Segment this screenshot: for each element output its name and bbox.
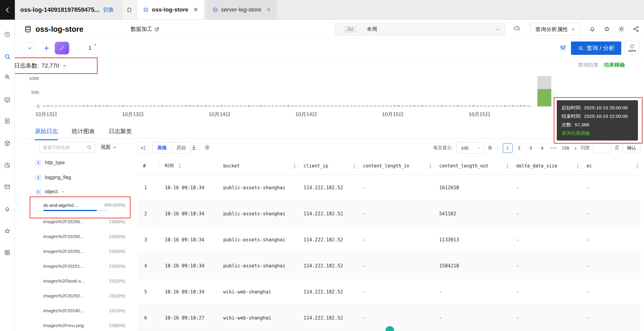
histogram-bar[interactable] <box>90 106 93 106</box>
field-value-row[interactable]: images%2Fnnu.png229(0%) <box>43 318 125 331</box>
column-menu-icon[interactable] <box>507 163 508 169</box>
table-row[interactable]: 210-16 09:18:34public-assets-shanghai114… <box>138 201 641 227</box>
field-value-row[interactable]: images%2F20251...232(0%) <box>43 259 125 273</box>
histogram-bar[interactable] <box>236 106 238 106</box>
histogram-bar[interactable] <box>527 106 530 106</box>
histogram-bar[interactable] <box>370 106 372 106</box>
tab-statistics-charts[interactable]: 统计图表 <box>72 127 95 140</box>
sidebar-item-alerts[interactable] <box>0 202 15 216</box>
histogram-bar[interactable] <box>476 106 479 106</box>
page-button[interactable]: 4 <box>537 143 547 153</box>
histogram-bar[interactable] <box>240 106 242 106</box>
histogram-bar[interactable] <box>173 106 175 106</box>
column-header-content_length_in[interactable]: content_length_in <box>357 157 434 174</box>
table-settings-button[interactable] <box>204 144 210 151</box>
histogram-bar[interactable] <box>315 106 317 106</box>
histogram-bar[interactable] <box>520 105 522 106</box>
histogram-bar[interactable] <box>433 106 435 106</box>
histogram-bar[interactable] <box>260 105 262 106</box>
histogram-bar[interactable] <box>130 106 132 106</box>
field-settings-button[interactable] <box>560 45 566 51</box>
histogram-bar[interactable] <box>295 106 297 106</box>
histogram-bar[interactable] <box>67 106 69 106</box>
page-button[interactable]: 3 <box>526 143 536 153</box>
time-range-picker[interactable]: 3d 本周 <box>335 23 505 35</box>
field-value-row[interactable]: images%2F20240...231(0%) <box>43 303 125 318</box>
page-size-select[interactable]: 100 <box>456 142 484 154</box>
histogram-bar[interactable] <box>185 105 187 106</box>
histogram-bar[interactable] <box>232 106 234 106</box>
view-mode-raw[interactable]: 原始 <box>171 143 191 153</box>
histogram-bar[interactable] <box>94 105 97 106</box>
tab-server-log-store[interactable]: server-log-store × <box>206 0 277 19</box>
histogram-bar[interactable] <box>323 106 325 106</box>
histogram-bar[interactable] <box>456 105 459 106</box>
histogram-bar[interactable] <box>472 105 475 106</box>
view-dropdown[interactable]: 视图 <box>101 142 117 153</box>
histogram-bar[interactable] <box>460 106 463 106</box>
histogram-bar[interactable] <box>169 106 171 106</box>
histogram-bar[interactable] <box>126 106 128 106</box>
tab-oss-log-store[interactable]: oss-log-store × <box>137 0 204 19</box>
histogram-bar[interactable] <box>508 106 510 106</box>
histogram-bar[interactable] <box>441 105 443 106</box>
histogram-bar[interactable] <box>484 106 486 106</box>
histogram-bar[interactable] <box>157 106 160 106</box>
histogram-bar[interactable] <box>358 106 360 106</box>
histogram-bar[interactable] <box>181 106 183 106</box>
download-button[interactable] <box>191 144 197 151</box>
histogram-bar[interactable] <box>386 106 388 106</box>
histogram-bar[interactable] <box>330 106 333 106</box>
histogram-bar[interactable] <box>267 106 270 106</box>
histogram-bar[interactable] <box>500 106 502 106</box>
histogram-bar[interactable] <box>307 106 309 106</box>
field-value-row[interactable]: images%2F20250...234(0%) <box>43 244 125 259</box>
histogram-bar[interactable] <box>165 106 168 106</box>
histogram-bar[interactable] <box>512 105 514 106</box>
sidebar-item-search[interactable] <box>0 50 15 63</box>
histogram-bar[interactable] <box>516 106 518 106</box>
query-history-dropdown[interactable] <box>24 42 35 54</box>
histogram-bar[interactable] <box>216 106 219 106</box>
alerts-button[interactable] <box>589 25 596 32</box>
histogram-bar[interactable] <box>114 106 116 106</box>
histogram-bar[interactable] <box>417 106 420 106</box>
histogram-bar[interactable] <box>201 106 203 106</box>
histogram-bar[interactable] <box>122 105 124 106</box>
histogram-peak-bar[interactable] <box>537 76 551 106</box>
histogram-bar[interactable] <box>405 106 408 106</box>
histogram-bar[interactable] <box>220 105 223 106</box>
sidebar-item-resources[interactable] <box>0 137 15 150</box>
histogram-bar[interactable] <box>299 106 301 106</box>
histogram-bar[interactable] <box>429 106 431 106</box>
histogram-bar[interactable] <box>138 106 140 106</box>
histogram-bar[interactable] <box>409 106 412 106</box>
column-menu-icon[interactable] <box>430 163 431 169</box>
histogram-bar[interactable] <box>342 106 345 106</box>
copilot-button[interactable] <box>55 42 69 54</box>
data-processing-button[interactable]: 数据加工 <box>131 20 160 38</box>
histogram-bar[interactable] <box>504 105 506 106</box>
histogram-bar[interactable] <box>59 106 61 106</box>
histogram-bar[interactable] <box>390 106 392 106</box>
histogram-bar[interactable] <box>161 105 164 106</box>
histogram-bar[interactable] <box>480 106 483 106</box>
histogram-bar[interactable] <box>98 105 101 106</box>
collapse-fields-button[interactable] <box>138 142 149 154</box>
histogram-bar[interactable] <box>71 106 73 106</box>
field-value-row[interactable]: ds-and-algo%2...999+(83%) <box>43 199 125 214</box>
histogram-bar[interactable] <box>303 106 305 106</box>
column-menu-icon[interactable] <box>294 163 295 169</box>
histogram-bar[interactable] <box>47 105 49 106</box>
page-button[interactable]: ••• <box>549 143 559 153</box>
histogram-bar[interactable] <box>63 106 65 106</box>
sidebar-item-history[interactable] <box>0 28 15 41</box>
table-row[interactable]: 110-16 09:18:34public-assets-shanghai114… <box>138 175 641 201</box>
search-icon[interactable] <box>87 145 92 150</box>
histogram-bar[interactable] <box>134 106 136 106</box>
histogram-bar[interactable] <box>228 106 231 106</box>
histogram-bar[interactable] <box>311 106 313 106</box>
field-value-row[interactable]: images%2F20250...236(0%) <box>43 214 125 229</box>
page-button[interactable]: 728 <box>560 143 570 153</box>
histogram-bar[interactable] <box>366 106 368 106</box>
